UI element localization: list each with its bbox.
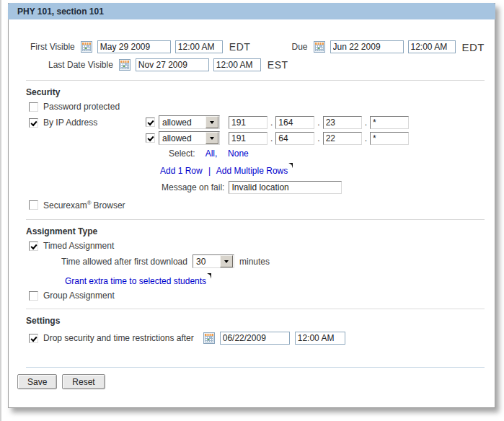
ip-add-line: Add 1 Row | Add Multiple Rows: [160, 163, 409, 176]
group-assignment-checkbox[interactable]: [29, 291, 38, 301]
section-divider: [26, 80, 485, 81]
first-visible-date-input[interactable]: [97, 40, 171, 53]
ip-rules-block: allowed . . . allowed: [146, 115, 409, 194]
ip-row-checkbox[interactable]: [146, 118, 155, 127]
minutes-select[interactable]: 30: [193, 254, 234, 268]
drop-security-checkbox[interactable]: [29, 334, 38, 343]
ip-octet-input[interactable]: [229, 116, 268, 129]
panel-content: First Visible EDT Due EDT Last Date Visi…: [9, 40, 495, 389]
ip-dot-separator: .: [317, 118, 319, 128]
ip-mode-value: allowed: [162, 118, 192, 128]
security-heading: Security: [26, 87, 485, 97]
reset-button[interactable]: Reset: [62, 374, 105, 389]
ip-rule-row-1: allowed . . .: [146, 115, 409, 129]
message-on-fail-label: Message on fail:: [162, 182, 224, 192]
ip-octet-input[interactable]: [229, 132, 268, 145]
panel-titlebar: PHY 101, section 101: [8, 3, 495, 19]
securexam-row: Securexam®Browser: [29, 200, 485, 211]
drop-security-label: Drop security and time restrictions afte…: [43, 333, 194, 343]
by-ip-area: By IP Address allowed . . .: [29, 115, 485, 194]
by-ip-label: By IP Address: [43, 118, 97, 128]
calendar-icon[interactable]: [81, 41, 92, 53]
calendar-icon[interactable]: [203, 332, 215, 344]
ip-octet-input[interactable]: [275, 116, 314, 129]
ip-dot-separator: .: [317, 133, 319, 143]
due-group: Due EDT: [291, 40, 485, 53]
due-label: Due: [291, 42, 307, 52]
registered-mark: ®: [87, 200, 92, 206]
ip-octet-input[interactable]: [370, 132, 409, 145]
first-visible-group: First Visible EDT: [30, 40, 250, 53]
due-date-input[interactable]: [330, 40, 404, 53]
due-time-input[interactable]: [408, 40, 456, 53]
password-protected-row: Password protected: [29, 102, 485, 112]
drop-security-row: Drop security and time restrictions afte…: [29, 332, 485, 345]
last-visible-date-input[interactable]: [136, 58, 209, 71]
select-none-link[interactable]: None: [228, 149, 249, 159]
calendar-icon[interactable]: [314, 41, 325, 53]
ip-row-checkbox[interactable]: [146, 133, 155, 143]
time-allowed-row: Time allowed after first download 30 min…: [61, 254, 485, 268]
password-protected-checkbox[interactable]: [29, 102, 38, 112]
timed-assignment-row: Timed Assignment: [29, 241, 485, 251]
ip-dot-separator: .: [270, 118, 273, 128]
first-visible-label: First Visible: [30, 42, 75, 52]
select-label: Select:: [169, 149, 195, 159]
dates-row-1: First Visible EDT Due EDT: [30, 40, 485, 53]
last-visible-time-input[interactable]: [213, 58, 261, 71]
group-assignment-row: Group Assignment: [29, 291, 485, 301]
page: PHY 101, section 101 First Visible EDT D…: [0, 0, 504, 421]
drop-time-input[interactable]: [295, 332, 345, 345]
ip-dot-separator: .: [365, 118, 367, 128]
flyout-arrow-icon: [207, 273, 211, 279]
first-visible-time-input[interactable]: [175, 40, 223, 53]
dropdown-arrow-icon[interactable]: [220, 255, 233, 267]
save-button[interactable]: Save: [17, 374, 57, 389]
ip-mode-value: allowed: [162, 133, 192, 143]
flyout-arrow-icon: [288, 163, 293, 169]
last-visible-label: Last Date Visible: [48, 60, 113, 70]
page-title: PHY 101, section 101: [17, 6, 104, 17]
by-ip-checkbox[interactable]: [29, 118, 38, 128]
ip-rule-row-2: allowed . . .: [146, 131, 409, 145]
section-divider: [26, 219, 485, 220]
assignment-settings-panel: PHY 101, section 101 First Visible EDT D…: [8, 3, 495, 408]
button-row: Save Reset: [17, 374, 485, 389]
add-one-row-link[interactable]: Add 1 Row: [160, 166, 203, 176]
by-ip-row: By IP Address: [29, 118, 146, 128]
calendar-icon[interactable]: [119, 59, 131, 71]
securexam-label: Securexam®Browser: [43, 200, 125, 211]
add-multiple-rows-link[interactable]: Add Multiple Rows: [216, 166, 288, 176]
dropdown-arrow-icon[interactable]: [205, 116, 218, 128]
message-on-fail-input[interactable]: [229, 181, 342, 194]
select-all-link[interactable]: All,: [205, 149, 218, 159]
drop-date-input[interactable]: [220, 332, 290, 345]
ip-mode-select[interactable]: allowed: [159, 115, 220, 129]
first-visible-timezone: EDT: [229, 41, 251, 53]
assignment-type-heading: Assignment Type: [26, 226, 485, 236]
securexam-checkbox[interactable]: [29, 200, 38, 210]
message-on-fail-row: Message on fail:: [162, 181, 409, 194]
ip-dot-separator: .: [270, 133, 273, 143]
dates-row-2: Last Date Visible EST: [48, 58, 485, 71]
grant-extra-time-link[interactable]: Grant extra time to selected students: [65, 276, 206, 286]
timed-assignment-label: Timed Assignment: [43, 241, 114, 251]
minutes-value: 30: [196, 257, 205, 267]
ip-octet-input[interactable]: [323, 132, 362, 145]
ip-octet-input[interactable]: [323, 116, 362, 129]
due-timezone: EDT: [462, 41, 485, 53]
timed-assignment-checkbox[interactable]: [29, 241, 38, 251]
ip-dot-separator: .: [365, 133, 367, 143]
ip-select-line: Select: All, None: [169, 149, 409, 159]
minutes-label: minutes: [239, 257, 270, 267]
grant-extra-time-row: Grant extra time to selected students: [65, 273, 485, 286]
ip-octet-input[interactable]: [275, 132, 314, 145]
last-visible-timezone: EST: [268, 59, 288, 71]
section-divider: [26, 309, 485, 309]
ip-octet-input[interactable]: [370, 116, 409, 129]
dropdown-arrow-icon[interactable]: [205, 132, 218, 144]
ip-mode-select[interactable]: allowed: [159, 131, 220, 145]
password-protected-label: Password protected: [43, 102, 120, 112]
link-separator: |: [208, 166, 211, 176]
time-allowed-label: Time allowed after first download: [61, 257, 187, 267]
